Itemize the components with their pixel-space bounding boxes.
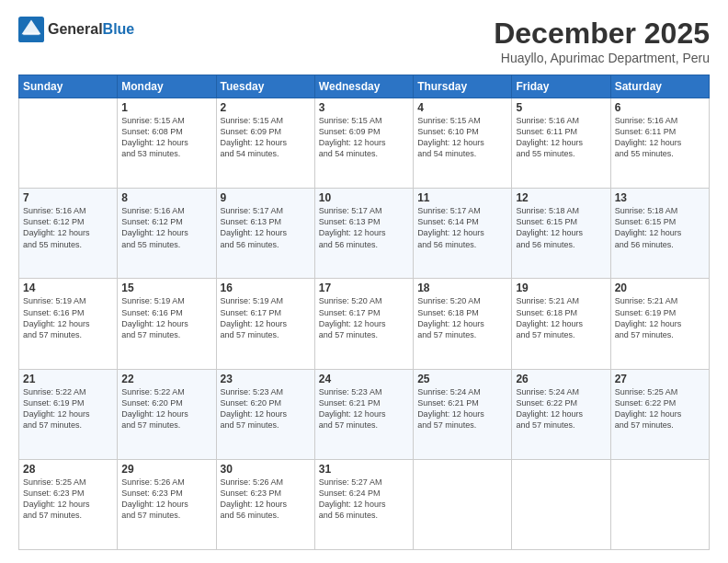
svg-rect-2	[23, 33, 40, 36]
day-info: Sunrise: 5:19 AM Sunset: 6:17 PM Dayligh…	[221, 295, 311, 340]
day-number: 11	[417, 191, 507, 204]
weekday-header-cell: Tuesday	[216, 75, 314, 98]
day-number: 17	[319, 282, 409, 294]
day-number: 21	[23, 373, 113, 385]
calendar-cell	[512, 459, 610, 549]
calendar-cell: 31Sunrise: 5:27 AM Sunset: 6:24 PM Dayli…	[314, 459, 413, 549]
day-info: Sunrise: 5:15 AM Sunset: 6:08 PM Dayligh…	[121, 115, 211, 160]
day-number: 31	[319, 463, 409, 476]
calendar-cell: 6Sunrise: 5:16 AM Sunset: 6:11 PM Daylig…	[610, 98, 709, 189]
logo-text: GeneralBlue	[48, 21, 134, 38]
calendar-cell: 29Sunrise: 5:26 AM Sunset: 6:23 PM Dayli…	[118, 459, 216, 549]
day-number: 6	[615, 101, 705, 114]
day-info: Sunrise: 5:26 AM Sunset: 6:23 PM Dayligh…	[221, 477, 311, 522]
calendar-cell: 24Sunrise: 5:23 AM Sunset: 6:21 PM Dayli…	[314, 369, 413, 459]
calendar-cell: 20Sunrise: 5:21 AM Sunset: 6:19 PM Dayli…	[610, 279, 709, 369]
calendar-cell: 28Sunrise: 5:25 AM Sunset: 6:23 PM Dayli…	[19, 459, 118, 549]
calendar-cell: 23Sunrise: 5:23 AM Sunset: 6:20 PM Dayli…	[216, 369, 314, 459]
calendar-cell: 4Sunrise: 5:15 AM Sunset: 6:10 PM Daylig…	[414, 98, 512, 189]
day-info: Sunrise: 5:16 AM Sunset: 6:12 PM Dayligh…	[23, 205, 113, 250]
day-info: Sunrise: 5:22 AM Sunset: 6:19 PM Dayligh…	[23, 386, 113, 431]
calendar-cell: 14Sunrise: 5:19 AM Sunset: 6:16 PM Dayli…	[19, 279, 118, 369]
calendar-cell: 1Sunrise: 5:15 AM Sunset: 6:08 PM Daylig…	[118, 98, 216, 189]
title-block: December 2025 Huayllo, Apurimac Departme…	[494, 17, 710, 65]
calendar-cell: 5Sunrise: 5:16 AM Sunset: 6:11 PM Daylig…	[512, 98, 610, 189]
day-info: Sunrise: 5:22 AM Sunset: 6:20 PM Dayligh…	[121, 386, 211, 431]
weekday-header-cell: Thursday	[414, 75, 512, 98]
calendar-cell: 26Sunrise: 5:24 AM Sunset: 6:22 PM Dayli…	[512, 369, 610, 459]
day-number: 12	[516, 191, 606, 204]
day-info: Sunrise: 5:18 AM Sunset: 6:15 PM Dayligh…	[516, 205, 606, 250]
weekday-header-cell: Saturday	[610, 75, 709, 98]
day-info: Sunrise: 5:15 AM Sunset: 6:09 PM Dayligh…	[221, 115, 311, 160]
day-number: 5	[516, 101, 606, 114]
day-info: Sunrise: 5:18 AM Sunset: 6:15 PM Dayligh…	[615, 205, 705, 250]
day-info: Sunrise: 5:26 AM Sunset: 6:23 PM Dayligh…	[121, 477, 211, 522]
day-info: Sunrise: 5:24 AM Sunset: 6:22 PM Dayligh…	[516, 386, 606, 431]
calendar-cell: 25Sunrise: 5:24 AM Sunset: 6:21 PM Dayli…	[414, 369, 512, 459]
weekday-header-cell: Sunday	[19, 75, 118, 98]
calendar-cell: 15Sunrise: 5:19 AM Sunset: 6:16 PM Dayli…	[118, 279, 216, 369]
day-number: 9	[221, 191, 311, 204]
day-number: 4	[417, 101, 507, 114]
calendar-week-row: 14Sunrise: 5:19 AM Sunset: 6:16 PM Dayli…	[19, 279, 710, 369]
calendar-cell: 11Sunrise: 5:17 AM Sunset: 6:14 PM Dayli…	[414, 189, 512, 279]
calendar-week-row: 28Sunrise: 5:25 AM Sunset: 6:23 PM Dayli…	[19, 459, 710, 549]
day-number: 25	[417, 373, 507, 385]
day-number: 30	[221, 463, 311, 476]
calendar-cell: 18Sunrise: 5:20 AM Sunset: 6:18 PM Dayli…	[414, 279, 512, 369]
day-info: Sunrise: 5:17 AM Sunset: 6:14 PM Dayligh…	[417, 205, 507, 250]
day-info: Sunrise: 5:21 AM Sunset: 6:18 PM Dayligh…	[516, 295, 606, 340]
weekday-header-row: SundayMondayTuesdayWednesdayThursdayFrid…	[19, 75, 710, 98]
day-info: Sunrise: 5:15 AM Sunset: 6:10 PM Dayligh…	[417, 115, 507, 160]
day-info: Sunrise: 5:17 AM Sunset: 6:13 PM Dayligh…	[221, 205, 311, 250]
day-number: 3	[319, 101, 409, 114]
day-info: Sunrise: 5:24 AM Sunset: 6:21 PM Dayligh…	[417, 386, 507, 431]
calendar-cell	[610, 459, 709, 549]
calendar-cell: 3Sunrise: 5:15 AM Sunset: 6:09 PM Daylig…	[314, 98, 413, 189]
calendar-cell: 8Sunrise: 5:16 AM Sunset: 6:12 PM Daylig…	[118, 189, 216, 279]
day-number: 13	[615, 191, 705, 204]
day-info: Sunrise: 5:27 AM Sunset: 6:24 PM Dayligh…	[319, 477, 409, 522]
calendar-cell: 17Sunrise: 5:20 AM Sunset: 6:17 PM Dayli…	[314, 279, 413, 369]
calendar-week-row: 1Sunrise: 5:15 AM Sunset: 6:08 PM Daylig…	[19, 98, 710, 189]
day-info: Sunrise: 5:15 AM Sunset: 6:09 PM Dayligh…	[319, 115, 409, 160]
day-info: Sunrise: 5:16 AM Sunset: 6:12 PM Dayligh…	[121, 205, 211, 250]
weekday-header-cell: Friday	[512, 75, 610, 98]
logo: GeneralBlue	[18, 17, 134, 42]
day-info: Sunrise: 5:25 AM Sunset: 6:22 PM Dayligh…	[615, 386, 705, 431]
day-info: Sunrise: 5:19 AM Sunset: 6:16 PM Dayligh…	[121, 295, 211, 340]
calendar-cell: 22Sunrise: 5:22 AM Sunset: 6:20 PM Dayli…	[118, 369, 216, 459]
calendar-cell	[19, 98, 118, 189]
day-number: 20	[615, 282, 705, 294]
calendar-cell: 10Sunrise: 5:17 AM Sunset: 6:13 PM Dayli…	[314, 189, 413, 279]
header: GeneralBlue December 2025 Huayllo, Apuri…	[18, 17, 710, 65]
day-number: 1	[121, 101, 211, 114]
day-number: 19	[516, 282, 606, 294]
day-info: Sunrise: 5:21 AM Sunset: 6:19 PM Dayligh…	[615, 295, 705, 340]
day-number: 28	[23, 463, 113, 476]
calendar-cell: 30Sunrise: 5:26 AM Sunset: 6:23 PM Dayli…	[216, 459, 314, 549]
day-number: 18	[417, 282, 507, 294]
logo-icon	[18, 17, 44, 42]
calendar-cell: 21Sunrise: 5:22 AM Sunset: 6:19 PM Dayli…	[19, 369, 118, 459]
day-number: 29	[121, 463, 211, 476]
calendar-table: SundayMondayTuesdayWednesdayThursdayFrid…	[18, 75, 710, 550]
day-number: 23	[221, 373, 311, 385]
month-title: December 2025	[494, 17, 710, 51]
day-number: 27	[615, 373, 705, 385]
calendar-cell: 7Sunrise: 5:16 AM Sunset: 6:12 PM Daylig…	[19, 189, 118, 279]
calendar-cell: 9Sunrise: 5:17 AM Sunset: 6:13 PM Daylig…	[216, 189, 314, 279]
day-number: 7	[23, 191, 113, 204]
weekday-header-cell: Wednesday	[314, 75, 413, 98]
calendar-cell: 13Sunrise: 5:18 AM Sunset: 6:15 PM Dayli…	[610, 189, 709, 279]
day-info: Sunrise: 5:25 AM Sunset: 6:23 PM Dayligh…	[23, 477, 113, 522]
day-number: 22	[121, 373, 211, 385]
calendar-cell: 16Sunrise: 5:19 AM Sunset: 6:17 PM Dayli…	[216, 279, 314, 369]
calendar-cell: 12Sunrise: 5:18 AM Sunset: 6:15 PM Dayli…	[512, 189, 610, 279]
subtitle: Huayllo, Apurimac Department, Peru	[494, 51, 710, 65]
day-info: Sunrise: 5:23 AM Sunset: 6:21 PM Dayligh…	[319, 386, 409, 431]
day-info: Sunrise: 5:19 AM Sunset: 6:16 PM Dayligh…	[23, 295, 113, 340]
weekday-header-cell: Monday	[118, 75, 216, 98]
day-info: Sunrise: 5:16 AM Sunset: 6:11 PM Dayligh…	[516, 115, 606, 160]
